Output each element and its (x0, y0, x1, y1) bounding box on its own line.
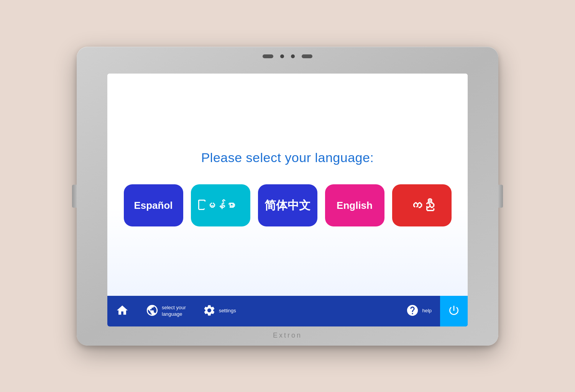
home-icon (116, 304, 129, 318)
sensor-dot-2 (291, 54, 295, 58)
side-button-right (498, 185, 503, 208)
side-button-left (72, 185, 77, 208)
language-button-espanol[interactable]: Español (124, 184, 183, 226)
camera-sensor (263, 54, 273, 58)
language-button-burmese[interactable]: ကညီ (392, 184, 452, 226)
power-button[interactable] (440, 296, 468, 326)
globe-icon (146, 304, 159, 318)
help-button[interactable]: help (398, 296, 440, 326)
bottom-navigation-bar: select your language settings (107, 296, 468, 326)
screen-content: Please select your language: Español မြန… (107, 74, 468, 296)
language-prompt: Please select your language: (201, 150, 374, 165)
settings-label: settings (219, 308, 236, 314)
power-icon (448, 304, 460, 318)
language-button-chinese[interactable]: 简体中文 (258, 184, 317, 226)
screen: Please select your language: Español မြန… (107, 74, 468, 326)
language-button-english[interactable]: English (325, 184, 384, 226)
home-button[interactable] (107, 296, 137, 326)
sensor-indicator (302, 54, 312, 58)
select-language-button[interactable]: select your language (137, 296, 194, 326)
language-button-group: Español မြန်မာ 简体中文 English ကညီ (124, 184, 452, 226)
help-label: help (422, 308, 432, 314)
gear-icon (203, 304, 216, 318)
settings-button[interactable]: settings (194, 296, 245, 326)
help-icon (406, 304, 419, 318)
sensor-dot-1 (280, 54, 284, 58)
select-language-label: select your language (162, 305, 186, 318)
device: Please select your language: Español မြန… (77, 47, 498, 346)
device-brand-label: Extron (273, 331, 302, 340)
device-top-sensors (263, 54, 312, 58)
language-button-myanmar[interactable]: မြန်မာ (191, 184, 250, 226)
